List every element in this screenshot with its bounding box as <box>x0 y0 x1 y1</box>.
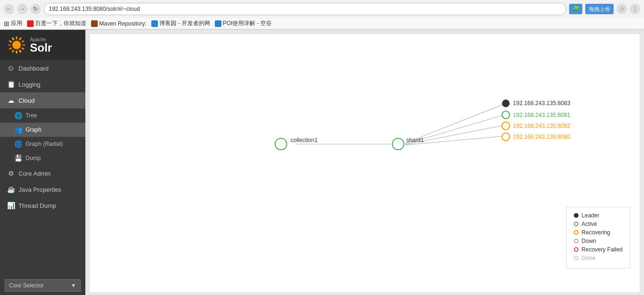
logging-label: Logging <box>18 81 40 88</box>
bookmark-apps-label: 应用 <box>11 19 22 27</box>
back-button[interactable]: ← <box>4 4 14 14</box>
legend-label-gone: Gone <box>581 255 595 261</box>
sidebar-item-dump[interactable]: 💾 Dump <box>0 151 85 165</box>
svg-line-7 <box>12 50 14 52</box>
node-shard1-label: shard1 <box>406 137 424 143</box>
sidebar-item-cloud[interactable]: ☁ Cloud <box>0 92 85 108</box>
sidebar-item-tree[interactable]: 🌐 Tree <box>0 108 85 123</box>
java-properties-label: Java Properties <box>18 186 61 193</box>
bookmark-cnblogs[interactable]: 博客园 - 开发者的网 <box>151 19 210 27</box>
sidebar-item-graph[interactable]: 👥 Graph <box>0 123 85 137</box>
bookmark-baidu-label: 百度一下，你就知道 <box>35 19 86 27</box>
graph-icon: 👥 <box>14 126 22 134</box>
legend-item-leader: Leader <box>574 212 623 219</box>
legend-item-down: Down <box>574 238 623 244</box>
legend-item-recovery-failed: Recovery Failed <box>574 246 623 253</box>
logging-icon: 📋 <box>7 80 15 88</box>
core-admin-label: Core Admin <box>18 170 51 177</box>
legend-label-leader: Leader <box>581 212 599 219</box>
sidebar-item-java-properties[interactable]: ☕ Java Properties <box>0 181 85 197</box>
sidebar-item-thread-dump[interactable]: 📊 Thread Dump <box>0 197 85 214</box>
dashboard-label: Dashboard <box>18 65 49 72</box>
sidebar: Apache Solr ⊙ Dashboard 📋 Logging ☁ Clou… <box>0 30 85 295</box>
bookmark-cnblogs-label: 博客园 - 开发者的网 <box>159 19 210 27</box>
label-ip-8080: 192.168.243.135:8080 <box>513 134 570 140</box>
tree-label: Tree <box>26 112 37 119</box>
legend-item-recovering: Recovering <box>574 229 623 236</box>
cloud-label: Cloud <box>18 97 35 104</box>
menu-button[interactable]: ⋮ <box>630 4 640 14</box>
svg-line-11 <box>12 37 14 40</box>
cloud-icon: ☁ <box>7 97 15 104</box>
extensions-button[interactable]: 🧩 <box>569 4 582 14</box>
app-container: Apache Solr ⊙ Dashboard 📋 Logging ☁ Clou… <box>0 30 644 295</box>
sidebar-item-core-admin[interactable]: ⚙ Core Admin <box>0 165 85 181</box>
legend-label-down: Down <box>581 238 596 244</box>
forward-button[interactable]: → <box>17 4 28 14</box>
graph-svg: collection1 shard1 192.168.243.135:8083 … <box>90 34 640 292</box>
node-collection1[interactable] <box>275 138 286 150</box>
svg-line-10 <box>9 41 11 42</box>
core-selector-dropdown[interactable]: Core Selector ▼ <box>5 279 81 292</box>
graph-radial-icon: 🌀 <box>14 140 22 148</box>
svg-line-4 <box>21 48 24 49</box>
bookmark-poi[interactable]: POI使用详解 - 空谷 <box>215 19 272 27</box>
graph-radial-label: Graph (Radial) <box>26 141 63 147</box>
svg-point-12 <box>12 41 21 49</box>
svg-line-1 <box>19 37 21 40</box>
browser-toolbar: ← → ↻ 🧩 拖拽上传 ☆ ⋮ <box>0 0 644 18</box>
legend-dot-recovering <box>574 230 579 235</box>
bookmarks-bar: ⊞ 应用 百度一下，你就知道 Maven Repository: 博客园 - 开… <box>0 18 644 29</box>
thread-dump-label: Thread Dump <box>18 202 56 209</box>
bookmark-apps[interactable]: ⊞ 应用 <box>4 19 22 27</box>
address-bar[interactable] <box>44 3 566 15</box>
svg-line-5 <box>19 50 21 52</box>
svg-line-2 <box>21 41 24 42</box>
bookmark-baidu[interactable]: 百度一下，你就知道 <box>27 19 86 27</box>
node-ip-8083[interactable] <box>502 99 509 107</box>
label-ip-8081: 192.168.243.135:8081 <box>513 112 570 118</box>
bookmark-button[interactable]: ☆ <box>616 4 627 14</box>
sidebar-item-dashboard[interactable]: ⊙ Dashboard <box>0 60 85 76</box>
bookmark-maven[interactable]: Maven Repository: <box>91 20 147 27</box>
sidebar-item-graph-radial[interactable]: 🌀 Graph (Radial) <box>0 137 85 151</box>
node-ip-8080[interactable] <box>502 133 509 141</box>
legend-dot-down <box>574 239 579 243</box>
dump-icon: 💾 <box>14 154 22 162</box>
refresh-button[interactable]: ↻ <box>30 4 41 14</box>
upload-button[interactable]: 拖拽上传 <box>585 4 614 14</box>
core-selector-label: Core Selector <box>9 282 44 289</box>
node-collection1-label: collection1 <box>291 137 318 143</box>
main-content: collection1 shard1 192.168.243.135:8083 … <box>89 34 640 293</box>
browser-chrome: ← → ↻ 🧩 拖拽上传 ☆ ⋮ ⊞ 应用 百度一下，你就知道 Maven Re… <box>0 0 644 30</box>
solr-logo-text: Apache Solr <box>30 37 52 54</box>
tree-icon: 🌐 <box>14 112 22 119</box>
dashboard-icon: ⊙ <box>7 64 15 72</box>
solr-label: Solr <box>30 42 52 54</box>
solr-logo-icon <box>7 36 26 54</box>
thread-dump-icon: 📊 <box>7 202 15 209</box>
legend-label-recovery-failed: Recovery Failed <box>581 246 623 253</box>
label-ip-8082: 192.168.243.135:8082 <box>513 123 570 129</box>
core-selector-area: Core Selector ▼ <box>0 275 85 295</box>
legend-label-recovering: Recovering <box>581 229 610 236</box>
sidebar-item-logging[interactable]: 📋 Logging <box>0 76 85 92</box>
bookmark-poi-label: POI使用详解 - 空谷 <box>223 19 272 27</box>
logo-area: Apache Solr <box>0 30 85 60</box>
dump-label: Dump <box>26 155 41 161</box>
core-selector-chevron-icon: ▼ <box>71 282 76 289</box>
legend-dot-gone <box>574 256 579 260</box>
label-ip-8083: 192.168.243.135:8083 <box>513 100 570 107</box>
node-ip-8082[interactable] <box>502 122 509 130</box>
core-admin-icon: ⚙ <box>7 170 15 177</box>
legend-dot-leader <box>574 213 579 218</box>
node-shard1[interactable] <box>393 138 404 150</box>
java-props-icon: ☕ <box>7 186 15 193</box>
legend: Leader Active Recovering Down Recovery F… <box>566 207 630 268</box>
legend-dot-recovery-failed <box>574 247 579 252</box>
legend-label-active: Active <box>581 221 597 227</box>
graph-label: Graph <box>26 126 41 133</box>
legend-dot-active <box>574 222 579 226</box>
bookmark-maven-label: Maven Repository: <box>99 20 147 27</box>
node-ip-8081[interactable] <box>502 111 509 119</box>
